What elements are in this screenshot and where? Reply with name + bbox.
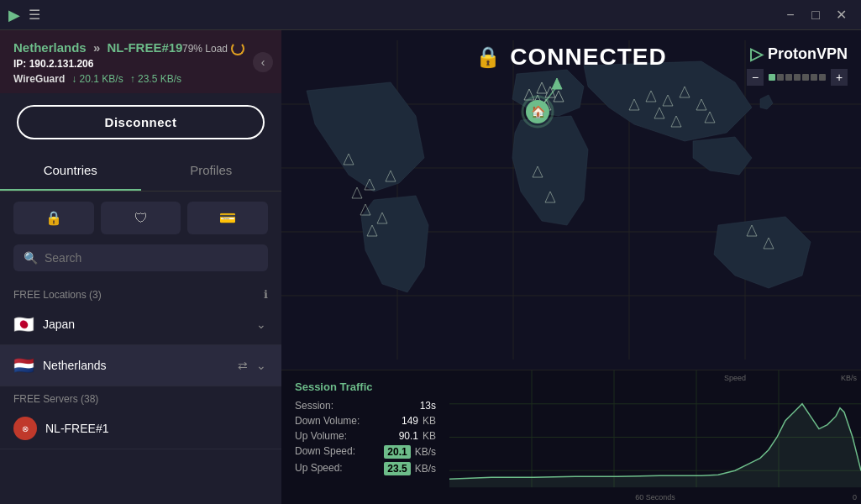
collapse-button[interactable]: ‹ (253, 52, 273, 72)
search-icon: 🔍 (24, 251, 38, 265)
stat-row-down-vol: Down Volume: 149 KB (295, 415, 436, 427)
tab-countries[interactable]: Countries (0, 151, 141, 191)
speed-bar: − + (747, 69, 848, 86)
sidebar: Netherlands » NL-FREE#19 IP: 190.2.131.2… (0, 30, 281, 504)
load-spinner (231, 42, 244, 55)
lock-icon: 🔒 (45, 210, 62, 226)
netherlands-actions: ⇄ ⌄ (236, 357, 268, 374)
stat-row-up-vol: Up Volume: 90.1 KB (295, 430, 436, 442)
speed-dot-5 (802, 74, 809, 81)
speed-dots (765, 74, 829, 81)
speed-plus-btn[interactable]: + (831, 69, 848, 86)
search-wrapper: 🔍 (0, 244, 281, 281)
server-item-nl-free1[interactable]: ⊗ NL-FREE#1 (0, 408, 281, 449)
free-servers-header: FREE Servers (38) (0, 386, 281, 408)
filter-card-btn[interactable]: 💳 (187, 202, 268, 234)
minimize-button[interactable]: − (779, 3, 802, 27)
speed-dot-1 (769, 74, 775, 81)
country-list: FREE Locations (3) ℹ 🇯🇵 Japan ⌄ 🇳🇱 Nethe… (0, 281, 281, 504)
speed-dot-3 (785, 74, 792, 81)
netherlands-flag: 🇳🇱 (13, 355, 34, 375)
connection-load: 79% Load (182, 42, 244, 55)
filter-buttons: 🔒 🛡 💳 (0, 192, 281, 244)
lock-icon: 🔒 (475, 45, 501, 69)
speed-minus-btn[interactable]: − (747, 69, 764, 86)
stat-row-up-speed: Up Speed: 23.5 KB/s (295, 462, 436, 475)
close-button[interactable]: ✕ (829, 3, 853, 27)
maximize-button[interactable]: □ (804, 3, 827, 27)
connected-badge: 🔒 CONNECTED (475, 44, 666, 71)
connection-protocol: WireGuard ↓ 20.1 KB/s ↑ 23.5 KB/s (13, 73, 268, 85)
tab-profiles[interactable]: Profiles (141, 151, 282, 191)
brand-logo: ▷ (750, 44, 763, 64)
speed-dot-6 (811, 74, 817, 81)
stats-chart: KB/s 60 Seconds 0 Speed (449, 370, 861, 504)
window-controls: − □ ✕ (779, 3, 853, 27)
stats-title: Session Traffic (295, 381, 436, 393)
country-item-japan[interactable]: 🇯🇵 Japan ⌄ (0, 304, 281, 345)
japan-expand-btn[interactable]: ⌄ (255, 316, 268, 333)
map-area: 🏠 🔒 CONNECTED ▷ ProtonVPN − (281, 30, 861, 370)
title-bar: ▶ ☰ − □ ✕ (0, 0, 861, 30)
brand-name: ▷ ProtonVPN (750, 44, 848, 64)
stats-left: Session Traffic Session: 13s Down Volume… (281, 370, 449, 504)
speed-dot-4 (794, 74, 801, 81)
netherlands-expand-btn[interactable]: ⌄ (255, 357, 268, 374)
shield-icon: 🛡 (134, 211, 148, 226)
svg-text:🏠: 🏠 (531, 105, 546, 119)
svg-text:KB/s: KB/s (841, 374, 858, 382)
svg-text:Speed: Speed (724, 374, 746, 382)
country-item-netherlands[interactable]: 🇳🇱 Netherlands ⇄ ⌄ (0, 345, 281, 386)
info-icon[interactable]: ℹ (264, 288, 268, 301)
stat-row-down-speed: Down Speed: 20.1 KB/s (295, 445, 436, 459)
tabs: Countries Profiles (0, 151, 281, 192)
disconnect-button[interactable]: Disconnect (17, 105, 265, 139)
japan-flag: 🇯🇵 (13, 314, 34, 334)
stats-panel: Session Traffic Session: 13s Down Volume… (281, 370, 861, 504)
card-icon: 💳 (219, 210, 236, 226)
main-layout: Netherlands » NL-FREE#19 IP: 190.2.131.2… (0, 30, 861, 504)
title-bar-left: ▶ ☰ (8, 6, 40, 24)
connection-ip: IP: 190.2.131.206 (13, 58, 268, 70)
search-input[interactable] (45, 251, 258, 265)
speed-dot-7 (819, 74, 826, 81)
right-panel: 🏠 🔒 CONNECTED ▷ ProtonVPN − (281, 30, 861, 504)
free-locations-header: FREE Locations (3) ℹ (0, 281, 281, 304)
app-icon: ▶ (8, 6, 20, 24)
filter-shield-btn[interactable]: 🛡 (101, 202, 181, 234)
japan-actions: ⌄ (255, 316, 268, 333)
connection-info: Netherlands » NL-FREE#19 IP: 190.2.131.2… (0, 30, 281, 93)
netherlands-pin-btn[interactable]: ⇄ (236, 357, 249, 374)
filter-secure-btn[interactable]: 🔒 (13, 202, 94, 234)
chart-svg: KB/s 60 Seconds 0 Speed (449, 370, 861, 504)
speed-dot-2 (777, 74, 784, 81)
svg-text:0: 0 (853, 493, 857, 501)
svg-text:60 Seconds: 60 Seconds (635, 493, 675, 501)
stat-row-session: Session: 13s (295, 400, 436, 412)
search-box: 🔍 (13, 244, 268, 271)
server-icon: ⊗ (13, 417, 37, 440)
brand-area: ▷ ProtonVPN − + (747, 44, 848, 86)
menu-icon[interactable]: ☰ (29, 7, 40, 23)
